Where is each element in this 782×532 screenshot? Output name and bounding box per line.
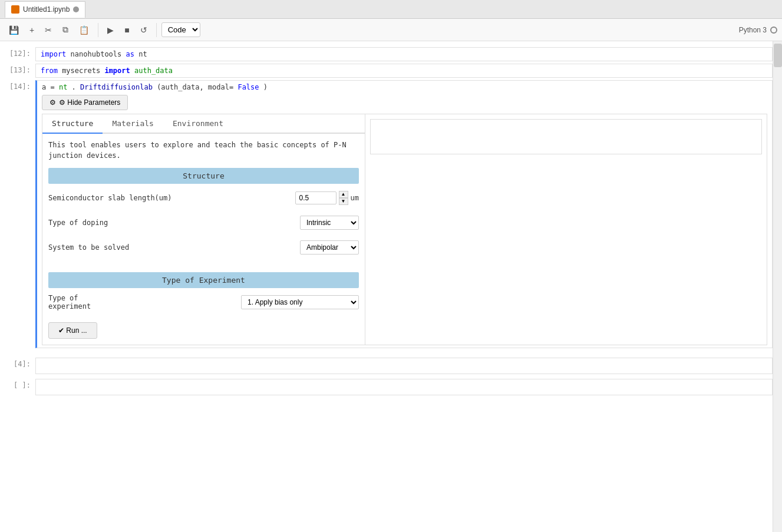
scrollbar-thumb[interactable] — [774, 44, 782, 67]
cell-12: [12]: import nanohubtools as nt — [0, 46, 773, 62]
code-var: auth_data — [134, 67, 173, 75]
cell-4-label: [4]: — [0, 358, 35, 368]
cell-14: [14]: a = nt . Driftdiffusionlab (auth_d… — [0, 79, 773, 349]
tab-materials[interactable]: Materials — [103, 114, 163, 134]
run-button[interactable]: ▶ — [103, 23, 118, 37]
scrollbar[interactable] — [773, 41, 782, 532]
code-paren2: ) — [263, 83, 268, 91]
cell-type-select[interactable]: Code — [161, 22, 200, 37]
tab-close-icon[interactable] — [73, 6, 79, 12]
code-paren1: (auth_data, modal= — [157, 83, 233, 91]
param-doping-select[interactable]: Intrinsic N-type P-type — [300, 216, 359, 230]
cell-empty: [ ]: — [0, 378, 773, 396]
toolbar: 💾 + ✂ ⧉ 📋 ▶ ■ ↺ Code Python 3 — [0, 19, 782, 41]
slab-up-button[interactable]: ▲ — [339, 191, 348, 198]
param-slab-input[interactable] — [295, 191, 336, 204]
params-left: Structure Materials Environment This too… — [42, 114, 365, 345]
params-body: This tool enables users to explore and t… — [42, 134, 365, 345]
param-experiment-control: 1. Apply bias only 2. Custom — [241, 295, 359, 309]
param-slab-spinner: ▲ ▼ — [339, 191, 348, 205]
cell-14-content[interactable]: a = nt . Driftdiffusionlab (auth_data, m… — [35, 80, 773, 348]
params-right-output — [365, 114, 767, 345]
param-row-slab: Semiconductor slab length(um) ▲ ▼ um — [48, 189, 359, 207]
title-bar: Untitled1.ipynb — [0, 0, 782, 19]
param-row-experiment: Type ofexperiment 1. Apply bias only 2. … — [48, 293, 359, 312]
output-box — [370, 119, 762, 154]
cell-empty-content[interactable] — [35, 379, 773, 395]
cell-13-content[interactable]: from mysecrets import auth_data — [35, 64, 773, 78]
param-row-doping: Type of doping Intrinsic N-type P-type — [48, 213, 359, 232]
code-obj: nt — [59, 83, 67, 91]
cell-14-label: [14]: — [0, 80, 35, 91]
param-doping-control: Intrinsic N-type P-type — [300, 216, 359, 230]
cell-12-label: [12]: — [0, 47, 35, 58]
tab-label: Untitled1.ipynb — [23, 5, 70, 14]
cell-4-content[interactable] — [35, 358, 773, 374]
kernel-status-icon — [770, 27, 777, 34]
code-import: import — [104, 67, 130, 75]
experiment-section-header: Type of Experiment — [48, 272, 359, 288]
code-from: from — [41, 67, 58, 75]
code-module2: mysecrets — [62, 67, 104, 75]
gear-icon: ⚙ — [50, 98, 56, 107]
tab-environment[interactable]: Environment — [163, 114, 233, 134]
save-button[interactable]: 💾 — [5, 23, 23, 37]
kernel-label: Python 3 — [739, 26, 777, 34]
notebook-cells: [12]: import nanohubtools as nt [13]: fr… — [0, 41, 773, 532]
params-tab-bar: Structure Materials Environment — [42, 114, 365, 134]
cell-13: [13]: from mysecrets import auth_data — [0, 62, 773, 79]
notebook-tab[interactable]: Untitled1.ipynb — [5, 1, 85, 18]
divider2 — [156, 23, 157, 37]
run-button-widget[interactable]: ✔ Run ... — [48, 322, 97, 339]
hide-params-label: ⚙ Hide Parameters — [59, 98, 120, 107]
divider1 — [98, 23, 98, 37]
cell-12-content[interactable]: import nanohubtools as nt — [35, 47, 773, 61]
cell-empty-label: [ ]: — [0, 379, 35, 389]
python-label-text: Python 3 — [739, 26, 767, 34]
param-experiment-label: Type ofexperiment — [48, 294, 241, 310]
param-row-system: System to be solved Ambipolar Unipolar — [48, 238, 359, 257]
code-method: Driftdiffusionlab — [80, 83, 153, 91]
hide-params-button[interactable]: ⚙ ⚙ Hide Parameters — [42, 95, 128, 110]
cell-13-label: [13]: — [0, 64, 35, 74]
params-panel: Structure Materials Environment This too… — [42, 114, 767, 345]
slab-down-button[interactable]: ▼ — [339, 198, 348, 205]
code-dot: . — [72, 83, 76, 91]
add-cell-button[interactable]: + — [25, 23, 38, 37]
code-eq: = — [50, 83, 58, 91]
param-system-label: System to be solved — [48, 243, 300, 252]
notebook-icon — [11, 5, 19, 14]
param-slab-control: ▲ ▼ um — [295, 191, 359, 205]
section-gap — [48, 263, 359, 272]
cell-4: [4]: — [0, 356, 773, 375]
param-system-select[interactable]: Ambipolar Unipolar — [300, 240, 359, 255]
restart-button[interactable]: ↺ — [136, 23, 151, 37]
param-doping-label: Type of doping — [48, 219, 300, 227]
param-experiment-select[interactable]: 1. Apply bias only 2. Custom — [241, 295, 359, 309]
code-keyword2: as — [126, 50, 134, 58]
param-slab-unit: um — [351, 194, 359, 202]
params-description: This tool enables users to explore and t… — [48, 140, 359, 161]
widget-area: ⚙ ⚙ Hide Parameters Structure Materials … — [42, 95, 767, 345]
stop-button[interactable]: ■ — [120, 23, 133, 37]
code-bool: False — [237, 83, 259, 91]
structure-section-header: Structure — [48, 168, 359, 184]
cell-14-code: a = nt . Driftdiffusionlab (auth_data, m… — [42, 83, 767, 91]
code-module: nanohubtools — [71, 50, 126, 58]
code-var2: a — [42, 83, 46, 91]
tab-structure[interactable]: Structure — [42, 114, 103, 134]
cut-button[interactable]: ✂ — [41, 23, 56, 37]
copy-button[interactable]: ⧉ — [58, 22, 72, 37]
paste-button[interactable]: 📋 — [75, 23, 93, 37]
notebook-area: [12]: import nanohubtools as nt [13]: fr… — [0, 41, 782, 532]
param-system-control: Ambipolar Unipolar — [300, 240, 359, 255]
param-slab-label: Semiconductor slab length(um) — [48, 194, 295, 202]
code-alias: nt — [138, 50, 147, 58]
code-keyword: import — [41, 50, 66, 58]
